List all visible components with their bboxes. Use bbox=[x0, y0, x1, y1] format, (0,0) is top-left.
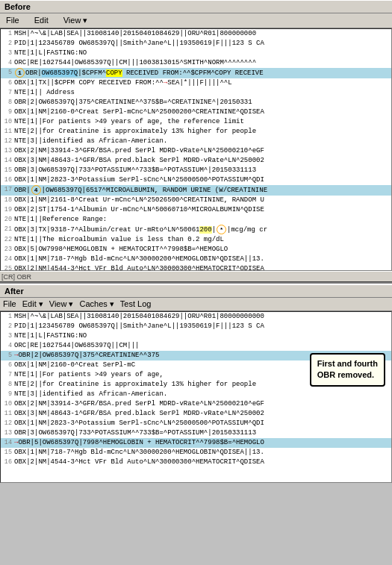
line-7: 7 NTE|1|| Address bbox=[1, 88, 391, 98]
scrollbar-label: [CR] OBR bbox=[1, 273, 31, 281]
after-line-12: 12 OBX|1|NM|2823-3^Potassium SerPl-sCnc^… bbox=[1, 419, 391, 428]
after-menu-edit[interactable]: Edit ▾ bbox=[22, 299, 43, 309]
line-8: 8 OBR|2|OW685397Q|375^CREATININE^^375$B=… bbox=[1, 98, 391, 107]
before-section: Before File Edit View ▾ 1 MSH|^~\&|LAB|S… bbox=[0, 0, 392, 281]
line-1: 1 MSH|^~\&|LAB|SEA||31008140|20150401084… bbox=[1, 29, 391, 39]
after-line-13: 13 OBR|3|OW685397Q|733^POTASSIUM^^733$B=… bbox=[1, 428, 391, 438]
after-line-4: 4 ORC|RE|1027544|OW685397Q||CM||| bbox=[1, 341, 391, 351]
main-window: Before File Edit View ▾ 1 MSH|^~\&|LAB|S… bbox=[0, 0, 392, 483]
after-label: After bbox=[0, 284, 392, 298]
line-22: 22 NTE|1||The microalbumin value is less… bbox=[1, 235, 391, 245]
after-line-15: 15 OBX|1|NM|718-7^Hgb Bld-mCnc^LN^300002… bbox=[1, 448, 391, 458]
after-line-1: 1 MSH|^~\&|LAB|SEA||31008140|20150401084… bbox=[1, 312, 391, 322]
after-menubar[interactable]: File Edit ▾ View ▾ Caches ▾ Test Log bbox=[0, 298, 392, 311]
line-14: 14 OBX|3|NM|48643-1^GFR/BSA pred.black S… bbox=[1, 156, 391, 166]
line-18: 18 OBX|1|NM|2161-8^Creat Ur-mCnc^LN^2502… bbox=[1, 196, 391, 205]
before-code-area: 1 MSH|^~\&|LAB|SEA||31008140|20150401084… bbox=[0, 28, 392, 271]
line-25: 25 OBX|2|NM|4544-3^Hct VFr Bld Auto^LN^3… bbox=[1, 264, 391, 271]
after-menu-view[interactable]: View ▾ bbox=[49, 299, 74, 309]
callout-box: First and fourth OBR removed. bbox=[310, 353, 385, 387]
after-menu-caches[interactable]: Caches ▾ bbox=[79, 299, 113, 309]
callout-line2: OBR removed. bbox=[317, 370, 374, 379]
after-code-area: First and fourth OBR removed. 1 MSH|^~\&… bbox=[0, 311, 392, 483]
before-scrollbar[interactable]: [CR] OBR bbox=[0, 271, 392, 281]
line-24: 24 OBX|1|NM|718-7^Hgb Bld-mCnc^LN^300002… bbox=[1, 255, 391, 264]
line-16: 16 OBX|1|NM|2823-3^Potassium SerPl-sCnc^… bbox=[1, 175, 391, 185]
menu-edit[interactable]: Edit bbox=[31, 15, 52, 26]
after-line-10: 10 OBX|2|NM|33914-3^GFR/BSA.pred SerPl M… bbox=[1, 399, 391, 409]
line-21: 21 OBX|3|TX|9318-7^Albumin/creat Ur-mRto… bbox=[1, 225, 391, 235]
after-line-9: 9 NTE|3||identified as African-American. bbox=[1, 390, 391, 399]
menu-view[interactable]: View ▾ bbox=[60, 15, 91, 26]
before-label: Before bbox=[0, 0, 392, 13]
line-19: 19 OBX|2|ST|1754-1^Albumin Ur-mCnc^LN^50… bbox=[1, 205, 391, 215]
line-13: 13 OBX|2|NM|33914-3^GFR/BSA.pred SerPl M… bbox=[1, 146, 391, 156]
line-9: 9 OBX|1|NM|2160-0^Creat SerPl-mCnc^LN^25… bbox=[1, 107, 391, 117]
before-menubar[interactable]: File Edit View ▾ bbox=[0, 13, 392, 28]
line-15: 15 OBR|3|OW685397Q|733^POTASSIUM^^733$B=… bbox=[1, 166, 391, 175]
after-menu-testlog[interactable]: Test Log bbox=[120, 299, 152, 309]
line-6: 6 OBX|1|TX||$CPFM COPY RECEIVED FROM:^^→… bbox=[1, 78, 391, 88]
after-line-14: 14 →OBR|5|OW685397Q|7998^HEMOGLOBIN + HE… bbox=[1, 438, 391, 448]
line-20: 20 NTE|1||Reference Range: bbox=[1, 215, 391, 225]
after-line-3: 3 NTE|1|L|FASTING:NO bbox=[1, 331, 391, 341]
line-10: 10 NTE|1||For patients >49 years of age,… bbox=[1, 117, 391, 127]
after-line-16: 16 OBX|2|NM|4544-3^Hct VFr Bld Auto^LN^3… bbox=[1, 458, 391, 467]
circle-star: * bbox=[217, 225, 226, 234]
circle-1: 1 bbox=[15, 68, 25, 78]
line-12: 12 NTE|3||identified as African-American… bbox=[1, 137, 391, 146]
circle-4: 4 bbox=[31, 185, 41, 195]
after-section: After File Edit ▾ View ▾ Caches ▾ Test L… bbox=[0, 284, 392, 483]
line-11: 11 NTE|2||for Creatinine is approximatel… bbox=[1, 127, 391, 137]
line-23: 23 OBX|5|OW7998^HEMOGLOBIN + HEMATOCRIT^… bbox=[1, 245, 391, 255]
line-2: 2 PID|1|123456789 OW685397Q||Smith^Jane^… bbox=[1, 39, 391, 49]
after-line-11: 11 OBX|3|NM|48643-1^GFR/BSA pred.black S… bbox=[1, 409, 391, 419]
copy-highlight: COPY bbox=[106, 69, 122, 77]
after-line-2: 2 PID|1|123456789 OW685397Q||Smith^Jane^… bbox=[1, 322, 391, 331]
after-menu-file[interactable]: File bbox=[3, 299, 16, 309]
line-17: 17 OBR|4|OW685397Q|6517^MICROALBUMIN, RA… bbox=[1, 185, 391, 196]
line-5: 5 1OBR|OW685397Q|$CPFM^COPY RECEIVED FRO… bbox=[1, 68, 391, 78]
callout-line1: First and fourth bbox=[317, 359, 378, 368]
line-3: 3 NTE|1|L|FASTING:NO bbox=[1, 49, 391, 58]
menu-file[interactable]: File bbox=[3, 15, 22, 26]
line-4: 4 ORC|RE|1027544|OW685397Q||CM|||1003813… bbox=[1, 58, 391, 68]
